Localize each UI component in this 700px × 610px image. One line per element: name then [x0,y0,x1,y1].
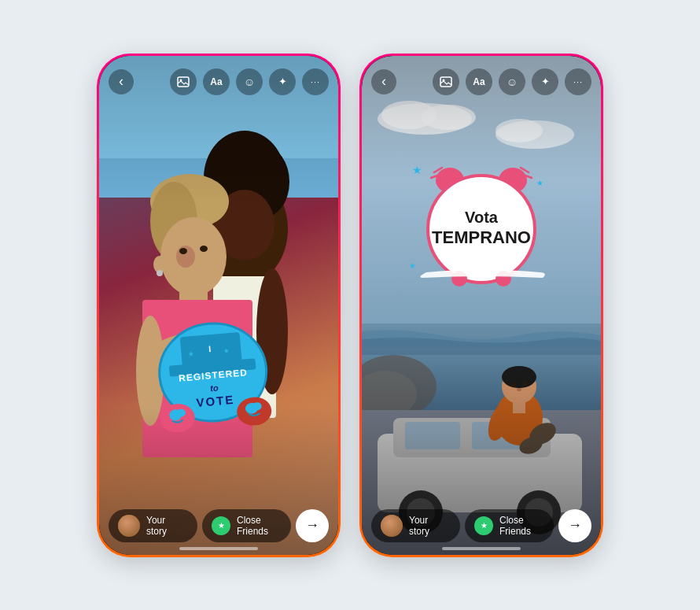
beach-scene [362,56,601,555]
svg-text:★: ★ [187,349,194,358]
more-icon-2[interactable]: ··· [565,68,591,95]
send-button-1[interactable]: → [296,509,329,542]
back-icon-2: ‹ [381,73,386,90]
svg-text:to: to [210,383,219,393]
toolbar-icons-2: Aa ☺ ✦ ··· [406,68,591,95]
svg-text:★: ★ [412,164,422,176]
send-button-2[interactable]: → [558,509,591,542]
svg-text:★: ★ [536,179,543,187]
home-indicator-2 [442,547,521,550]
text-icon-1[interactable]: Aa [203,68,230,95]
phone-2-screen: ★ ★ ★ [362,56,601,555]
sticker-emoji-2: ☺ [507,76,518,88]
send-icon-1: → [305,517,319,534]
phone-1-screen: ★ ★ I REGISTERED to VOTE [99,56,338,555]
green-star-icon-1: ★ [212,516,230,535]
effects-emoji-2: ✦ [541,76,550,87]
your-story-label-2: Your story [409,515,451,537]
more-dots-2: ··· [573,77,583,87]
home-indicator-1 [179,547,258,550]
your-story-button-1[interactable]: Your story [109,509,197,542]
effects-icon-1[interactable]: ✦ [269,68,296,95]
close-friends-label-1: Close Friends [237,515,282,537]
close-friends-button-1[interactable]: ★ Close Friends [202,509,291,542]
vote-sticker[interactable]: ★ ★ I REGISTERED to VOTE [144,298,280,434]
text-label-2: Aa [473,76,484,87]
svg-text:VOTE: VOTE [196,392,235,409]
story-avatar-1 [118,515,140,537]
story-avatar-2 [381,515,403,537]
close-friends-label-2: Close Friends [499,515,544,537]
svg-text:★: ★ [409,261,416,270]
svg-text:I: I [208,343,214,353]
svg-text:Vota: Vota [465,209,499,226]
send-icon-2: → [568,517,582,534]
sticker-icon-2[interactable]: ☺ [499,68,525,95]
svg-text:★: ★ [223,346,230,355]
more-dots-1: ··· [311,77,320,87]
phone-1: ★ ★ I REGISTERED to VOTE [97,54,341,557]
gallery-icon-2[interactable] [433,68,459,95]
close-friends-button-2[interactable]: ★ Close Friends [465,509,554,542]
green-star-icon-2: ★ [474,516,493,535]
clock-sticker-container[interactable]: ★ ★ ★ [403,150,560,292]
back-icon-1: ‹ [119,73,123,90]
phone-2-wrapper: ★ ★ ★ [359,54,603,557]
effects-emoji-1: ✦ [278,76,287,87]
effects-icon-2[interactable]: ✦ [532,68,558,95]
back-button-1[interactable]: ‹ [109,69,134,94]
phone-1-wrapper: ★ ★ I REGISTERED to VOTE [97,54,341,557]
sticker-icon-1[interactable]: ☺ [236,68,263,95]
text-icon-2[interactable]: Aa [466,68,492,95]
bottom-bar-1: Your story ★ Close Friends → [109,509,329,542]
back-button-2[interactable]: ‹ [371,69,396,94]
your-story-label-1: Your story [146,515,188,537]
your-story-button-2[interactable]: Your story [371,509,460,542]
toolbar-icons-1: Aa ☺ ✦ ··· [143,68,329,95]
svg-text:TEMPRANO: TEMPRANO [432,227,531,247]
sticker-emoji-1: ☺ [244,76,255,88]
top-bar-1: ‹ Aa [109,68,329,95]
more-icon-1[interactable]: ··· [302,68,329,95]
phone-2: ★ ★ ★ [359,54,603,557]
bottom-bar-2: Your story ★ Close Friends → [371,509,591,542]
top-bar-2: ‹ Aa [371,68,591,95]
gallery-icon-1[interactable] [170,68,197,95]
page-container: ★ ★ I REGISTERED to VOTE [97,54,603,557]
svg-rect-69 [362,56,601,555]
text-label-1: Aa [210,76,222,87]
